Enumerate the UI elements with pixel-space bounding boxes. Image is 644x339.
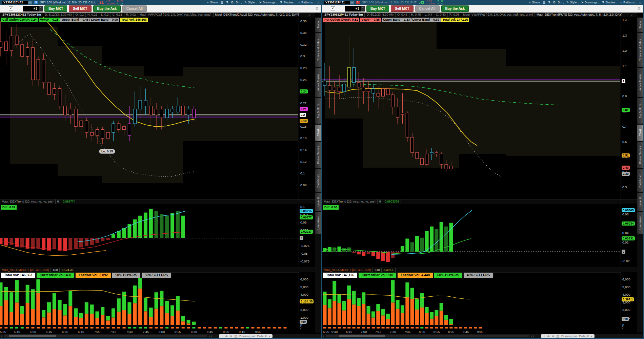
caret-down-icon: ▾: [563, 2, 564, 4]
menu-icon[interactable]: ☰: [317, 1, 320, 4]
sidebar-tab-times-and-sales[interactable]: Times And Sales: [637, 33, 643, 67]
zoom-icon[interactable]: ⊕: [547, 335, 550, 338]
chart-zoom-controls[interactable]: +⊕⊖▤Drawing set: Default▾: [219, 334, 273, 338]
sidebar-tab-live-news[interactable]: Live News: [637, 212, 643, 234]
drawings-icon: ➤: [259, 1, 262, 4]
patterns-button[interactable]: ∿Patterns▾: [298, 1, 315, 4]
price-axis[interactable]: 0.360.340.320.30.280.260.240.220.20.180.…: [299, 17, 315, 199]
stepper-buttons[interactable]: +−: [361, 6, 365, 12]
sidebar-tab-chart[interactable]: Chart: [315, 125, 321, 141]
calendar-icon[interactable]: ▦: [542, 1, 545, 4]
volume-chip: Total Vol: 146,563: [1, 272, 36, 278]
order-button-cancel-all[interactable]: Cancel All: [122, 5, 147, 12]
timeframe-button[interactable]: 5m▾: [558, 1, 564, 4]
order-button-buy-mkt[interactable]: Buy MKT: [44, 5, 67, 12]
sidebar-tab-active-trader[interactable]: Active Trader: [637, 68, 643, 97]
sidebar-tab-big-buttons[interactable]: Big Buttons: [637, 98, 643, 124]
patterns-icon: ∿: [620, 1, 622, 4]
drawings-button[interactable]: ➤Drawings▾: [581, 1, 599, 4]
sidebar-tab-big-buttons[interactable]: Big Buttons: [315, 98, 321, 124]
sidebar-tab-dashboard[interactable]: Dashboard: [637, 169, 643, 192]
sidebar-tab-level-ii[interactable]: Level II: [637, 193, 643, 211]
share-button[interactable]: ↗Share: [528, 1, 540, 4]
scroll-left2-icon[interactable]: ◂: [530, 335, 532, 337]
sidebar-tab-chart[interactable]: Chart: [637, 125, 643, 141]
sidebar-tab-phase-scores[interactable]: Phase Scores: [637, 142, 643, 168]
volume-chips-row: Total Vol: 147,126CurrentBar Vol: 810Las…: [323, 272, 494, 278]
stepper-buttons[interactable]: +−: [39, 6, 43, 12]
menu-icon[interactable]: ☰: [639, 1, 642, 4]
order-button-buy-the-ask[interactable]: Buy the Ask: [93, 5, 121, 12]
change-stack: -.19-47.50%: [106, 0, 115, 5]
timeframe-button[interactable]: 5m▾: [236, 1, 242, 4]
drawing-set-label[interactable]: Drawing set: Default: [561, 335, 589, 338]
symbol-input[interactable]: 'Y230612P431▼: [324, 1, 354, 4]
quantity-stepper[interactable]: +1+−: [345, 6, 365, 12]
title-segment: Maui_DEXTrendPUTS (20, yes, Automatic, 7…: [535, 13, 624, 17]
order-button-sell-mkt[interactable]: Sell MKT: [69, 5, 91, 12]
auto-send-checkbox[interactable]: ✔: [331, 6, 335, 11]
studies-button[interactable]: ⚗Studies▾: [280, 1, 296, 4]
sidebar-tab-dashboard[interactable]: Dashboard: [315, 169, 321, 192]
zoom-icon[interactable]: +: [543, 335, 545, 338]
order-button-buy-the-ask[interactable]: Buy the Ask: [441, 5, 469, 12]
symbol-dropdown-icon[interactable]: ▼: [350, 1, 354, 4]
price-axis[interactable]: 1.41.31.21.110.90.80.70.60.50.40.310.810…: [621, 17, 637, 199]
order-button-cancel-all[interactable]: Cancel All: [415, 5, 440, 12]
zoom-icon[interactable]: ⊖: [230, 335, 233, 338]
drawing-set-label[interactable]: Drawing set: Default: [239, 335, 267, 338]
time-tick: 6:30: [62, 330, 68, 334]
drawings-button[interactable]: ➤Drawings▾: [259, 1, 277, 4]
dex-bubble: 0.06677: [300, 215, 313, 219]
share-button[interactable]: ↗Share: [206, 1, 218, 4]
patterns-button[interactable]: ∿Patterns▾: [620, 1, 637, 4]
sidebar-tab-trade[interactable]: Trade: [315, 18, 321, 32]
drawings-icon: ➤: [581, 1, 584, 4]
toolbar-label: Share: [532, 1, 540, 4]
gear-icon[interactable]: ⚙: [231, 1, 234, 4]
sidebar-tab-times-and-sales[interactable]: Times And Sales: [315, 33, 321, 67]
low-price-tooltip: Lo: 0.15: [99, 149, 115, 154]
dex-axis: 0.10.0750.050.0250-0.025-0.05-0.0750.087…: [299, 204, 315, 267]
time-tick: 7:45: [143, 330, 149, 334]
scroll-right-icon[interactable]: ▸: [534, 335, 535, 337]
link-badge[interactable]: 1: [356, 1, 360, 4]
zoom-icon[interactable]: ▤: [234, 335, 237, 338]
calendar-icon[interactable]: ▦: [220, 1, 223, 4]
sidebar-tab-phase-scores[interactable]: Phase Scores: [315, 142, 321, 168]
sidebar-tab-trade[interactable]: Trade: [637, 18, 643, 32]
auto-send-checkbox[interactable]: ✔: [9, 6, 13, 11]
studies-button[interactable]: ⚗Studies▾: [602, 1, 618, 4]
order-button-sell-mkt[interactable]: Sell MKT: [391, 5, 413, 12]
zoom-icon[interactable]: ▤: [556, 335, 559, 338]
volume-chip: CurrentBar Vol: 460: [36, 272, 75, 278]
gear-icon[interactable]: ⚙: [637, 6, 641, 11]
symbol-dropdown-icon[interactable]: ▼: [28, 1, 32, 4]
scroll-right-icon[interactable]: ▸: [212, 335, 213, 337]
scroll-left-icon[interactable]: ◂: [323, 335, 324, 337]
style-button[interactable]: ✎Style▾: [244, 1, 257, 4]
order-button-buy-mkt[interactable]: Buy MKT: [366, 5, 389, 12]
sidebar-tab-level-ii[interactable]: Level II: [315, 193, 321, 211]
scrollbar-thumb[interactable]: [339, 335, 385, 337]
time-tick: 8:00: [159, 330, 165, 334]
chart-zoom-controls[interactable]: +⊕⊖▤Drawing set: Default▾: [541, 334, 595, 338]
sidebar-tab-live-news[interactable]: Live News: [315, 212, 321, 234]
scroll-left-icon[interactable]: ◂: [1, 335, 2, 337]
flask-icon[interactable]: ⚗: [548, 1, 550, 4]
symbol-input[interactable]: 'Y230612C432▼: [2, 1, 32, 4]
symbol-description: SPY 100 (Weeklys) 12 JUN 23 431 PUT: [362, 1, 417, 4]
zoom-icon[interactable]: ⊕: [225, 335, 228, 338]
time-tick: 7:00: [94, 330, 101, 334]
zoom-icon[interactable]: ⊖: [552, 335, 555, 338]
gear-icon[interactable]: ⚙: [315, 6, 319, 11]
zoom-icon[interactable]: +: [221, 335, 223, 338]
flask-icon[interactable]: ⚗: [226, 1, 228, 4]
scroll-left2-icon[interactable]: ◂: [208, 335, 210, 337]
scrollbar-thumb[interactable]: [9, 335, 56, 337]
quantity-stepper[interactable]: +1+−: [23, 6, 43, 12]
style-button[interactable]: ✎Style▾: [566, 1, 579, 4]
gear-icon[interactable]: ⚙: [553, 1, 556, 4]
sidebar-tab-active-trader[interactable]: Active Trader: [315, 68, 321, 97]
link-badge[interactable]: 3: [34, 1, 38, 4]
